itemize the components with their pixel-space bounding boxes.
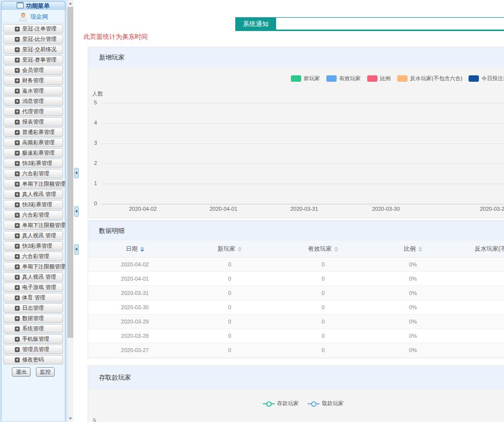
legend-item[interactable]: 取款玩家 (308, 400, 344, 407)
expand-plus-icon: + (15, 161, 20, 166)
sidebar-menu-item[interactable]: + 日志管理 (3, 303, 63, 313)
sidebar-menu-item[interactable]: + 系统管理 (3, 324, 63, 333)
sidebar-menu-item[interactable]: + 管理员管理 (3, 345, 63, 354)
sidebar-menu-item[interactable]: + 六合彩管理 (3, 252, 63, 261)
menu-window-icon (17, 2, 24, 8)
legend-swatch (469, 75, 479, 82)
grid-row: 4 (88, 123, 504, 143)
legend-item[interactable]: 比例 (367, 75, 391, 82)
table-row: 2020-03-30 0 0 0% 0 (88, 300, 504, 314)
menu-item-label: 极速彩票管理 (22, 149, 55, 157)
x-tick-label: 2020-04-01 (210, 206, 237, 212)
sidebar-menu-item[interactable]: + 体育 管理 (3, 293, 63, 302)
line-marker-icon (263, 401, 275, 407)
col-header-active-players[interactable]: 有效玩家 (278, 241, 369, 257)
sidebar-menu-item[interactable]: + 普通彩票管理 (3, 128, 63, 137)
cell-active-players: 0 (278, 343, 369, 357)
sidebar-menu-item[interactable]: + 快3彩票管理 (3, 159, 63, 168)
sidebar-menu-item[interactable]: + 真人视讯 管理 (3, 272, 63, 282)
legend-label: 新玩家 (304, 75, 320, 82)
col-header-new-players[interactable]: 新玩家 (182, 241, 278, 257)
legend-item[interactable]: 新玩家 (291, 75, 320, 82)
sidebar-menu-item[interactable]: + 快3彩票管理 (3, 200, 63, 209)
menu-item-label: 消息管理 (22, 97, 44, 105)
sidebar-menu-item[interactable]: + 六合彩管理 (3, 210, 63, 220)
user-row[interactable]: 现金网 (1, 10, 65, 23)
y-tick-label: 1 (88, 180, 97, 186)
collapse-handle[interactable] (74, 206, 79, 217)
monitor-button[interactable]: 监控 (36, 367, 55, 377)
gridline (102, 184, 504, 184)
expand-plus-icon: + (15, 357, 20, 362)
sidebar-menu-item[interactable]: + 单期下注限额管理 (3, 262, 63, 271)
sidebar-menu-item[interactable]: + 代理管理 (3, 107, 63, 116)
timezone-note: 此页面统计为美东时间 (84, 32, 148, 41)
sidebar-menu-item[interactable]: + 极速彩票管理 (3, 148, 63, 158)
table-row: 2020-04-01 0 0 0% 0 (88, 271, 504, 286)
sidebar-menu-item[interactable]: + 消息管理 (3, 97, 63, 106)
sidebar-menu-item[interactable]: + 皇冠-注单管理 (3, 24, 63, 33)
sidebar-menu-item[interactable]: + 报表管理 (3, 117, 63, 127)
expand-plus-icon: + (15, 130, 20, 135)
menu-item-label: 手机版管理 (22, 335, 49, 343)
menu-item-label: 单期下注限额管理 (22, 180, 65, 188)
cell-new-players: 0 (182, 300, 278, 314)
expand-plus-icon: + (15, 244, 20, 249)
x-tick-label: 2020-03-31 (290, 206, 318, 212)
expand-plus-icon: + (15, 99, 20, 104)
sidebar-buttons: 退出 监控 (1, 367, 65, 377)
expand-plus-icon: + (15, 68, 20, 73)
cell-active-players: 0 (278, 328, 369, 343)
table-row: 2020-03-27 0 0 0% 0 (88, 343, 504, 357)
legend-item[interactable]: 今日投注玩家 (469, 75, 504, 82)
logout-button[interactable]: 退出 (12, 367, 31, 377)
cell-date: 2020-03-28 (88, 328, 182, 343)
sort-icon (334, 247, 338, 252)
sidebar-menu-item[interactable]: + 真人视讯 管理 (3, 231, 63, 240)
col-header-ratio[interactable]: 比例 (369, 241, 457, 257)
scroll-up-arrow[interactable] (67, 0, 73, 7)
legend-item[interactable]: 存款玩家 (263, 400, 299, 407)
menu-item-label: 系统管理 (22, 325, 44, 332)
scroll-thumb[interactable] (67, 7, 73, 338)
sidebar-menu-item[interactable]: + 快3彩票管理 (3, 241, 63, 251)
sidebar-menu-item[interactable]: + 单期下注限额管理 (3, 221, 63, 230)
collapse-handle[interactable] (74, 244, 79, 255)
sidebar-menu-item[interactable]: + 电子游戏 管理 (3, 283, 63, 292)
legend-label: 反水玩家(不包含六合) (410, 75, 462, 82)
sidebar-scrollbar[interactable] (67, 0, 73, 422)
cell-rebate-players: 0 (457, 286, 504, 300)
menu-item-label: 电子游戏 管理 (22, 284, 56, 291)
chart-legend: 存款玩家 取款玩家 (263, 400, 344, 407)
expand-plus-icon: + (15, 151, 20, 156)
sidebar-menu-item[interactable]: + 六合彩管理 (3, 169, 63, 178)
sidebar-menu-item[interactable]: + 皇冠-赛事管理 (3, 55, 63, 65)
sidebar-menu-item[interactable]: + 真人视讯 管理 (3, 190, 63, 199)
expand-plus-icon: + (15, 47, 20, 52)
sidebar-menu-item[interactable]: + 会员管理 (3, 65, 63, 75)
sidebar-menu-item[interactable]: + 财务管理 (3, 76, 63, 85)
sidebar-menu-item[interactable]: + 高频彩票管理 (3, 138, 63, 147)
sort-icon (140, 247, 144, 252)
legend-item[interactable]: 有效玩家 (326, 75, 361, 82)
col-header-date[interactable]: 日期 (88, 241, 182, 257)
menu-item-label: 真人视讯 管理 (22, 232, 56, 239)
sidebar-menu-item[interactable]: + 返水管理 (3, 86, 63, 96)
cell-ratio: 0% (369, 257, 457, 271)
tab-system-notice[interactable]: 系统通知 (235, 17, 276, 31)
cell-ratio: 0% (369, 328, 457, 343)
sidebar-menu-item[interactable]: + 数据管理 (3, 314, 63, 323)
sidebar-menu-item[interactable]: + 修改密码 (3, 355, 63, 364)
sidebar-menu-item[interactable]: + 皇冠-交易情况 (3, 45, 63, 54)
expand-plus-icon: + (15, 120, 20, 125)
x-tick-label: 2020-03-29 (480, 206, 504, 212)
scroll-down-arrow[interactable] (67, 415, 73, 422)
sidebar-menu-item[interactable]: + 单期下注限额管理 (3, 179, 63, 189)
line-marker-icon (308, 401, 319, 407)
collapse-handle[interactable] (74, 168, 79, 178)
col-header-rebate-players[interactable]: 反水玩家(不包含六合) (457, 241, 504, 257)
menu-item-label: 快3彩票管理 (22, 201, 52, 208)
sidebar-menu-item[interactable]: + 皇冠-比分管理 (3, 34, 63, 44)
sidebar-menu-item[interactable]: + 手机版管理 (3, 334, 63, 344)
legend-item[interactable]: 反水玩家(不包含六合) (397, 75, 462, 82)
